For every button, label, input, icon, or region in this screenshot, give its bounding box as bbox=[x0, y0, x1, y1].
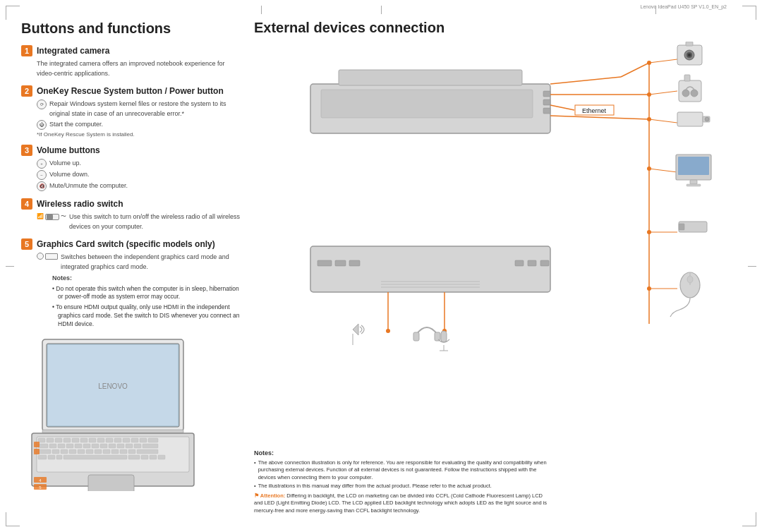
svg-rect-18 bbox=[131, 438, 138, 442]
onekey-icon: ⟳ bbox=[37, 99, 47, 109]
svg-rect-20 bbox=[148, 438, 158, 442]
svg-rect-9 bbox=[55, 438, 62, 442]
section-2-num: 2 bbox=[21, 85, 32, 97]
corner-mark-tr bbox=[742, 6, 756, 20]
svg-rect-124 bbox=[413, 332, 419, 341]
onekey-repair-row: ⟳ Repair Windows system kernel files or … bbox=[37, 99, 240, 119]
svg-line-94 bbox=[649, 169, 677, 172]
section-5-header: 5 Graphics Card switch (specific models … bbox=[21, 238, 240, 250]
vol-up-icon: + bbox=[37, 159, 47, 169]
section-5: 5 Graphics Card switch (specific models … bbox=[21, 238, 240, 329]
section-5-title: Graphics Card switch (specific models on… bbox=[37, 239, 215, 249]
laptop-illustration: LENOVO bbox=[21, 336, 240, 491]
vol-up-text: Volume up. bbox=[49, 159, 81, 169]
wireless-slider bbox=[45, 214, 59, 220]
wireless-text: Use this switch to turn on/off the wirel… bbox=[69, 212, 240, 231]
section-4-num: 4 bbox=[21, 198, 32, 210]
svg-rect-125 bbox=[435, 332, 440, 341]
svg-rect-64 bbox=[543, 99, 550, 105]
corner-mark-tl bbox=[6, 6, 20, 20]
svg-rect-106 bbox=[679, 80, 701, 102]
svg-rect-47 bbox=[38, 455, 47, 459]
svg-rect-48 bbox=[48, 455, 55, 459]
vol-down-row: − Volume down. bbox=[37, 170, 240, 180]
svg-rect-33 bbox=[143, 444, 158, 448]
svg-rect-41 bbox=[103, 449, 110, 454]
svg-rect-66 bbox=[321, 90, 533, 118]
svg-rect-17 bbox=[123, 438, 130, 442]
reg-mark-left bbox=[261, 6, 262, 14]
gc-switch-row: Switches between the independent graphic… bbox=[37, 253, 240, 272]
svg-rect-65 bbox=[543, 108, 550, 114]
laptop-svg: LENOVO bbox=[21, 336, 233, 491]
svg-rect-114 bbox=[678, 157, 709, 175]
section-1: 1 Integrated camera The integrated camer… bbox=[21, 45, 240, 78]
svg-text:Ethernet: Ethernet bbox=[582, 107, 607, 114]
svg-line-82 bbox=[550, 105, 574, 110]
svg-rect-28 bbox=[100, 444, 107, 448]
section-2-body: ⟳ Repair Windows system kernel files or … bbox=[37, 99, 240, 130]
svg-rect-13 bbox=[89, 438, 96, 442]
svg-rect-25 bbox=[75, 444, 82, 448]
svg-rect-72 bbox=[528, 260, 536, 266]
section-5-body: Switches between the independent graphic… bbox=[37, 253, 240, 329]
svg-rect-52 bbox=[150, 455, 157, 459]
mute-text: Mute/Unmute the computer. bbox=[49, 181, 128, 191]
svg-line-83 bbox=[550, 116, 649, 119]
section-3-body: + Volume up. − Volume down. 🔇 Mute/Unmut… bbox=[37, 159, 240, 191]
svg-rect-15 bbox=[106, 438, 113, 442]
svg-rect-39 bbox=[86, 449, 93, 454]
vol-down-text: Volume down. bbox=[49, 170, 90, 180]
svg-rect-55 bbox=[34, 442, 40, 447]
right-col-notes: Notes: • The above connection illustrati… bbox=[254, 449, 550, 514]
svg-rect-62 bbox=[339, 70, 522, 85]
svg-rect-29 bbox=[109, 444, 116, 448]
svg-rect-46 bbox=[64, 455, 127, 459]
gc-oval-icon bbox=[37, 253, 44, 260]
svg-rect-19 bbox=[140, 438, 147, 442]
reg-mark-side-right bbox=[748, 266, 756, 267]
notes-item-2: • To ensure HDMI output quality, only us… bbox=[52, 303, 240, 329]
svg-rect-49 bbox=[56, 455, 62, 459]
reg-mark-side-left bbox=[6, 266, 14, 267]
gc-icons bbox=[37, 253, 58, 260]
power-text: Start the computer. bbox=[49, 120, 103, 130]
wireless-antenna-icon: 📶 bbox=[37, 212, 44, 221]
svg-rect-51 bbox=[141, 455, 148, 459]
vol-down-icon: − bbox=[37, 170, 47, 180]
svg-rect-11 bbox=[72, 438, 79, 442]
section-4-body: 📶 〜 Use this switch to turn on/off the w… bbox=[37, 212, 240, 231]
svg-rect-34 bbox=[38, 449, 51, 454]
corner-mark-br bbox=[742, 512, 756, 526]
section-1-body: The integrated camera offers an improved… bbox=[37, 59, 240, 78]
section-1-header: 1 Integrated camera bbox=[21, 45, 240, 56]
svg-line-91 bbox=[649, 59, 677, 63]
svg-rect-116 bbox=[687, 184, 701, 186]
corner-mark-bl bbox=[6, 512, 20, 526]
section-2-header: 2 OneKey Rescue System button / Power bu… bbox=[21, 85, 240, 97]
mute-icon: 🔇 bbox=[37, 181, 47, 191]
gc-rect-icon bbox=[45, 253, 58, 260]
gc-text: Switches between the independent graphic… bbox=[61, 253, 240, 272]
notes-item-1: • Do not operate this switch when the co… bbox=[52, 285, 240, 302]
wireless-row: 📶 〜 Use this switch to turn on/off the w… bbox=[37, 212, 240, 231]
svg-rect-12 bbox=[80, 438, 87, 442]
svg-line-77 bbox=[550, 77, 621, 84]
attention-block: ⚑ Attention: Differing in backlight, the… bbox=[254, 492, 550, 515]
svg-text:LENOVO: LENOVO bbox=[98, 382, 128, 390]
section-4-header: 4 Wireless radio switch bbox=[21, 198, 240, 210]
svg-line-93 bbox=[649, 119, 677, 123]
svg-rect-115 bbox=[690, 180, 697, 184]
svg-rect-10 bbox=[64, 438, 71, 442]
svg-rect-7 bbox=[38, 438, 45, 442]
svg-point-108 bbox=[682, 90, 689, 97]
svg-point-112 bbox=[705, 117, 709, 121]
svg-rect-68 bbox=[318, 260, 332, 266]
left-column: Buttons and functions 1 Integrated camer… bbox=[21, 20, 240, 518]
section-2-title: OneKey Rescue System button / Power butt… bbox=[37, 86, 224, 96]
section-5-notes: Notes: • Do not operate this switch when… bbox=[52, 274, 240, 329]
svg-rect-30 bbox=[117, 444, 124, 448]
notes-title: Notes: bbox=[52, 274, 240, 284]
svg-rect-14 bbox=[97, 438, 104, 442]
svg-rect-35 bbox=[52, 449, 59, 454]
